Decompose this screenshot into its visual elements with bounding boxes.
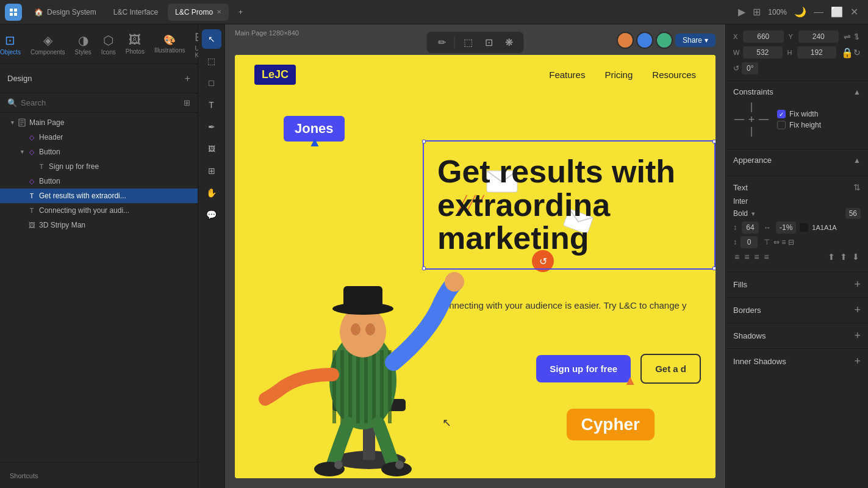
canvas-toolbar: ✏ ⬚ ⊡ ❋	[427, 32, 524, 53]
search-input[interactable]	[21, 98, 180, 107]
align-justify-icon[interactable]: ≡	[763, 251, 770, 263]
line-height-value[interactable]: 64	[742, 221, 759, 234]
zoom-display[interactable]: 100%	[768, 8, 787, 16]
collapse-icon[interactable]: ⊞	[184, 98, 190, 107]
shape2-canvas-tool[interactable]: ⊡	[481, 35, 497, 49]
get-demo-button[interactable]: Get a d	[640, 354, 701, 384]
shape-canvas-tool[interactable]: ⬚	[460, 35, 476, 49]
share-button[interactable]: Share ▾	[675, 34, 716, 47]
sidebar-item-styles[interactable]: ◑ Styles	[75, 33, 91, 56]
w-value[interactable]: 532	[743, 46, 783, 59]
canvas-area[interactable]: Main Page 1280×840 ✏ ⬚ ⊡ ❋ Share ▾	[225, 24, 725, 488]
align-center-icon[interactable]: ≡	[743, 251, 750, 263]
layer-header[interactable]: ◇ Header	[0, 130, 198, 145]
layer-main-page[interactable]: ▼ Main Page	[0, 115, 198, 130]
canvas-label: Main Page 1280×840	[235, 29, 299, 37]
design-tab[interactable]: Design	[7, 74, 32, 83]
font-style[interactable]: Bold	[733, 209, 748, 218]
play-icon[interactable]: ▶	[738, 6, 745, 18]
flip-h-icon[interactable]: ⇌	[844, 32, 851, 41]
text-tool[interactable]: T	[202, 95, 221, 115]
valign-top-icon[interactable]: ⬆	[827, 251, 836, 263]
svg-rect-16	[356, 350, 360, 423]
toolbar-strip: ↖ ⬚ □ T ✒ 🖼 ⊞ ✋ 💬	[198, 24, 225, 488]
layer-connecting[interactable]: T Connecting with your audi...	[0, 203, 198, 218]
font-family[interactable]: Inter	[733, 197, 861, 206]
layer-get-results[interactable]: T Get results with extraordi...	[0, 188, 198, 203]
avatar-3	[656, 32, 673, 49]
align-right-icon[interactable]: ≡	[753, 251, 760, 263]
angle-value[interactable]: 0°	[742, 62, 758, 74]
add-inner-shadow-button[interactable]: +	[854, 355, 861, 368]
layer-button-parent[interactable]: ▼ ◇ Button	[0, 145, 198, 159]
sidebar-item-objects[interactable]: ⊡ Objects	[0, 33, 21, 56]
svg-point-29	[334, 461, 343, 469]
tab-design-system[interactable]: 🏠 Design System	[27, 4, 104, 21]
cursor-bottom-icon: ↖	[442, 416, 451, 429]
comment-tool[interactable]: 💬	[202, 205, 221, 224]
flip-v-icon[interactable]: ⇌	[852, 33, 862, 40]
add-border-button[interactable]: +	[854, 304, 861, 317]
text-sort-icon[interactable]: ⇅	[853, 182, 861, 192]
text-align-row: ≡ ≡ ≡ ≡ ⬆ ⬆ ⬇	[733, 251, 861, 263]
image-tool[interactable]: 🖼	[202, 139, 221, 159]
grid-icon[interactable]: ⊞	[753, 6, 761, 18]
plugin-canvas-tool[interactable]: ❋	[501, 35, 517, 49]
sidebar-item-components[interactable]: ◈ Components	[30, 33, 65, 56]
appearance-collapse-icon[interactable]: ▲	[853, 156, 861, 165]
valign-bottom-icon[interactable]: ⬇	[851, 251, 861, 263]
design-add-button[interactable]: +	[185, 73, 190, 84]
constraints-collapse-icon[interactable]: ▲	[853, 88, 861, 96]
rectangle-tool[interactable]: □	[202, 73, 221, 93]
borders-header: Borders +	[733, 304, 861, 317]
font-size[interactable]: 56	[845, 208, 861, 219]
minimize-icon[interactable]: —	[814, 7, 823, 18]
constraint-bottom-line	[751, 127, 752, 137]
add-shadow-button[interactable]: +	[854, 329, 861, 342]
sidebar-item-illustrations[interactable]: 🎨 Illustrations	[154, 34, 185, 54]
text-section: Text ⇅ Inter Bold ▾ 56 ↕ 64 ↔ -1% 1A1A1	[726, 176, 868, 272]
align-v-icon[interactable]: ⊤	[764, 238, 770, 246]
letter-spacing-icon: ↔	[764, 223, 771, 232]
sidebar-item-photos[interactable]: 🖼 Photos	[126, 33, 145, 55]
x-value[interactable]: 660	[743, 30, 784, 43]
moon-icon[interactable]: 🌙	[794, 6, 806, 18]
fix-height-checkbox[interactable]	[777, 121, 786, 129]
grid-tool[interactable]: ⊞	[202, 161, 221, 181]
text-layer-icon: T	[27, 206, 37, 215]
frame-tool[interactable]: ⬚	[202, 51, 221, 71]
pen-tool[interactable]: ✒	[202, 117, 221, 137]
design-logo: LeJC	[254, 65, 296, 85]
svg-rect-2	[10, 13, 13, 16]
letter-spacing-value[interactable]: -1%	[776, 221, 796, 234]
add-fill-button[interactable]: +	[854, 278, 861, 291]
refresh-icon[interactable]: ↻	[853, 48, 861, 57]
tab-close-icon[interactable]: ✕	[217, 9, 221, 15]
valign-middle-icon[interactable]: ⬆	[839, 251, 848, 263]
design-nav: LeJC Features Pricing Resources	[235, 55, 716, 95]
constraints-section: Constraints ▲ + ✓	[726, 81, 868, 149]
maximize-icon[interactable]: ⬜	[831, 6, 843, 18]
hand-tool[interactable]: ✋	[202, 183, 221, 203]
tab-lc-promo[interactable]: L&C Promo ✕	[168, 4, 229, 21]
h-value[interactable]: 192	[797, 46, 837, 59]
align-left-icon[interactable]: ≡	[733, 251, 741, 263]
sign-up-button[interactable]: Sign up for free ▲	[536, 355, 631, 382]
pen-canvas-tool[interactable]: ✏	[434, 35, 450, 49]
layer-sign-up[interactable]: T Sign up for free	[0, 159, 198, 174]
close-icon[interactable]: ✕	[850, 6, 858, 18]
text-color-value[interactable]: 1A1A1A	[812, 224, 836, 231]
tab-add[interactable]: +	[231, 4, 250, 21]
lock-aspect-icon[interactable]: 🔒	[841, 47, 853, 59]
tab-lc-interface[interactable]: L&C Interface	[106, 4, 165, 21]
y-value[interactable]: 240	[798, 30, 839, 43]
fix-width-checkbox[interactable]: ✓	[777, 110, 786, 118]
layer-button-child[interactable]: ◇ Button	[0, 174, 198, 188]
layer-stripy-man[interactable]: 🖼 3D Stripy Man	[0, 218, 198, 232]
avatar-1	[617, 32, 634, 49]
select-tool[interactable]: ↖	[202, 29, 221, 49]
search-bar: 🔍 ⊞	[0, 93, 198, 113]
spacing-value[interactable]: 0	[741, 236, 758, 248]
text-color-swatch[interactable]	[800, 223, 808, 232]
sidebar-item-icons[interactable]: ⬡ Icons	[101, 33, 116, 56]
